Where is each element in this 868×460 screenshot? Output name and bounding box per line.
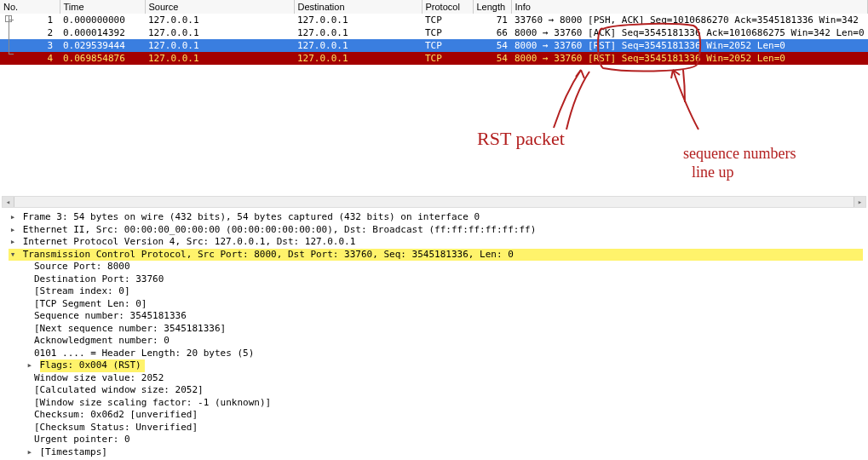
annotation-rst-label: RST packet <box>477 128 565 150</box>
col-header-source[interactable]: Source <box>145 0 294 14</box>
scroll-right-arrow-icon[interactable]: ▸ <box>854 197 865 207</box>
detail-seglen[interactable]: [TCP Segment Len: 0] <box>9 298 863 311</box>
cell-time: 0.069854876 <box>60 52 145 65</box>
detail-winsize[interactable]: Window size value: 2052 <box>9 372 863 385</box>
scroll-left-arrow-icon[interactable]: ◂ <box>3 197 14 207</box>
packet-table-header[interactable]: No. Time Source Destination Protocol Len… <box>0 0 868 14</box>
packet-row-rst[interactable]: 4 0.069854876 127.0.0.1 127.0.0.1 TCP 54… <box>0 52 868 65</box>
detail-stream[interactable]: [Stream index: 0] <box>9 285 863 298</box>
detail-urgent[interactable]: Urgent pointer: 0 <box>9 434 863 446</box>
col-header-time[interactable]: Time <box>60 0 145 14</box>
packet-row[interactable]: 2 0.000014392 127.0.0.1 127.0.0.1 TCP 66… <box>0 26 868 39</box>
cell-src: 127.0.0.1 <box>145 52 294 65</box>
col-header-destination[interactable]: Destination <box>294 0 422 14</box>
packet-row[interactable]: 1 0.000000000 127.0.0.1 127.0.0.1 TCP 71… <box>0 14 868 26</box>
col-header-protocol[interactable]: Protocol <box>422 0 473 14</box>
detail-timestamps[interactable]: ▸ [Timestamps] <box>9 446 863 459</box>
cell-time: 0.000000000 <box>60 14 145 26</box>
cell-len: 71 <box>473 14 511 26</box>
cell-info: 8000 → 33760 [RST] Seq=3545181336 Win=20… <box>511 39 868 52</box>
cell-dst: 127.0.0.1 <box>294 26 422 39</box>
cell-info: 33760 → 8000 [PSH, ACK] Seq=1010686270 A… <box>511 14 868 26</box>
cell-src: 127.0.0.1 <box>145 39 294 52</box>
cell-info: 8000 → 33760 [ACK] Seq=3545181336 Ack=10… <box>511 26 868 39</box>
detail-ethernet[interactable]: ▸ Ethernet II, Src: 00:00:00_00:00:00 (0… <box>9 224 863 237</box>
cell-proto: TCP <box>422 26 473 39</box>
detail-hdrlen[interactable]: 0101 .... = Header Length: 20 bytes (5) <box>9 348 863 360</box>
detail-ip[interactable]: ▸ Internet Protocol Version 4, Src: 127.… <box>9 236 863 249</box>
col-header-no[interactable]: No. <box>0 0 60 14</box>
annotation-seq-label-1: sequence numbers <box>683 145 796 163</box>
detail-seq[interactable]: Sequence number: 3545181336 <box>9 310 863 323</box>
cell-src: 127.0.0.1 <box>145 14 294 26</box>
detail-calcwin[interactable]: [Calculated window size: 2052] <box>9 384 863 397</box>
packet-list-pane: No. Time Source Destination Protocol Len… <box>0 0 868 66</box>
cell-proto: TCP <box>422 52 473 65</box>
detail-srcport[interactable]: Source Port: 8000 <box>9 261 863 273</box>
detail-checkstat[interactable]: [Checksum Status: Unverified] <box>9 422 863 434</box>
detail-frame[interactable]: ▸ Frame 3: 54 bytes on wire (432 bits), … <box>9 211 863 224</box>
horizontal-scrollbar[interactable]: ◂ ▸ <box>2 196 866 208</box>
cell-dst: 127.0.0.1 <box>294 14 422 26</box>
cell-proto: TCP <box>422 14 473 26</box>
col-header-length[interactable]: Length <box>473 0 511 14</box>
detail-flags[interactable]: ▸ Flags: 0x004 (RST) <box>9 359 863 372</box>
detail-dstport[interactable]: Destination Port: 33760 <box>9 273 863 286</box>
cell-proto: TCP <box>422 39 473 52</box>
cell-len: 66 <box>473 26 511 39</box>
expand-icon[interactable]: ▸ <box>9 211 17 224</box>
detail-nextseq[interactable]: [Next sequence number: 3545181336] <box>9 323 863 336</box>
detail-ack[interactable]: Acknowledgment number: 0 <box>9 335 863 348</box>
cell-len: 54 <box>473 39 511 52</box>
detail-winscale[interactable]: [Window size scaling factor: -1 (unknown… <box>9 397 863 410</box>
expand-icon[interactable]: ▸ <box>9 224 17 237</box>
collapse-icon[interactable]: ▾ <box>9 249 17 262</box>
cell-len: 54 <box>473 52 511 65</box>
col-header-info[interactable]: Info <box>511 0 868 14</box>
cell-src: 127.0.0.1 <box>145 26 294 39</box>
cell-time: 0.029539444 <box>60 39 145 52</box>
cell-dst: 127.0.0.1 <box>294 52 422 65</box>
expand-icon[interactable]: ▸ <box>26 359 34 372</box>
expand-icon[interactable]: ▸ <box>26 446 34 459</box>
cell-info: 8000 → 33760 [RST] Seq=3545181336 Win=20… <box>511 52 868 65</box>
detail-tcp[interactable]: ▾ Transmission Control Protocol, Src Por… <box>9 249 863 262</box>
packet-table[interactable]: No. Time Source Destination Protocol Len… <box>0 0 868 65</box>
packet-row-selected[interactable]: 3 0.029539444 127.0.0.1 127.0.0.1 TCP 54… <box>0 39 868 52</box>
packet-details-pane[interactable]: ▸ Frame 3: 54 bytes on wire (432 bits), … <box>9 211 863 460</box>
cell-dst: 127.0.0.1 <box>294 39 422 52</box>
expand-icon[interactable]: ▸ <box>9 236 17 249</box>
detail-checksum[interactable]: Checksum: 0x06d2 [unverified] <box>9 409 863 422</box>
cell-time: 0.000014392 <box>60 26 145 39</box>
annotation-seq-label-2: line up <box>692 164 734 181</box>
